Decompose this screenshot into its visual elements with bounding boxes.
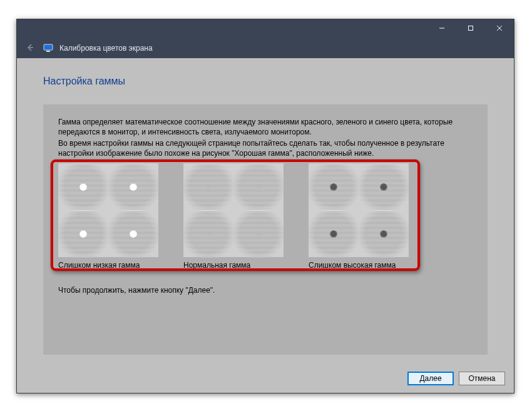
description-paragraph-2: Во время настройки гаммы на следующей ст… (58, 138, 473, 158)
continue-hint: Чтобы продолжить, нажмите кнопку "Далее"… (58, 286, 473, 295)
title-bar (17, 19, 514, 38)
page-heading: Настройка гаммы (43, 76, 125, 87)
calibration-window: Калибровка цветов экрана Настройка гаммы… (16, 19, 514, 393)
svg-rect-6 (46, 51, 50, 52)
gamma-low-label: Слишком низкая гамма (58, 261, 140, 270)
content-area: Настройка гаммы Гамма определяет математ… (17, 58, 514, 364)
minimize-icon (439, 24, 445, 33)
close-button[interactable] (485, 19, 514, 38)
description-paragraph-1: Гамма определяет математическое соотноше… (58, 117, 473, 137)
next-button[interactable]: Далее (407, 372, 454, 385)
svg-rect-5 (44, 44, 53, 50)
gamma-low-image (58, 163, 158, 257)
minimize-button[interactable] (427, 19, 456, 38)
app-title: Калибровка цветов экрана (59, 44, 153, 53)
display-calibration-icon (43, 44, 53, 53)
cancel-button[interactable]: Отмена (459, 372, 505, 385)
maximize-icon (468, 24, 474, 33)
gamma-normal-image (183, 163, 284, 257)
gamma-high-image (309, 163, 409, 257)
back-button[interactable] (23, 41, 37, 55)
gamma-sample-high: Слишком высокая гамма (309, 163, 415, 270)
description-panel: Гамма определяет математическое соотноше… (43, 104, 488, 355)
back-arrow-icon (25, 43, 35, 54)
maximize-button[interactable] (456, 19, 485, 38)
nav-bar: Калибровка цветов экрана (17, 38, 514, 58)
gamma-high-label: Слишком высокая гамма (309, 261, 396, 270)
gamma-normal-label: Нормальная гамма (183, 261, 250, 270)
gamma-sample-low: Слишком низкая гамма (58, 163, 165, 270)
gamma-sample-normal: Нормальная гамма (183, 163, 290, 270)
close-icon (496, 24, 503, 33)
footer-bar: Далее Отмена (17, 364, 514, 393)
svg-rect-1 (469, 26, 473, 31)
gamma-samples: Слишком низкая гамма Нормальная гамма (58, 163, 473, 270)
